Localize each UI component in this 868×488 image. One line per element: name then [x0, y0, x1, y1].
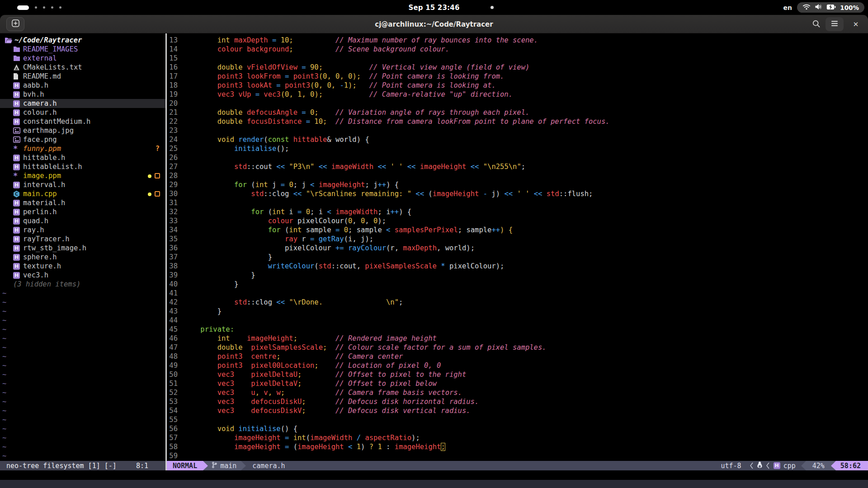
search-button[interactable] — [811, 19, 821, 29]
clock[interactable]: Sep 15 23:46 — [408, 4, 459, 12]
code-text: imageHeight = int(imageWidth / aspectRat… — [184, 433, 420, 442]
code-line-55[interactable]: 55 — [167, 415, 868, 424]
tree-item-raytracer-h[interactable]: HrayTracer.h — [0, 235, 165, 244]
tree-item-image-ppm[interactable]: *image.ppm — [0, 171, 165, 180]
code-line-54[interactable]: 54 vec3 defocusDiskV; // Defocus disk ve… — [167, 406, 868, 415]
code-text: double pixelSamplesScale; // Colour scal… — [184, 343, 547, 352]
tree-item--3-hidden-items-[interactable]: (3 hidden items) — [0, 280, 165, 289]
code-line-29[interactable]: 29 for (int j = 0; j < imageHeight; j++)… — [167, 180, 868, 189]
code-line-24[interactable]: 24 void render(const hittable& world) { — [167, 135, 868, 144]
code-line-48[interactable]: 48 point3 centre; // Camera center — [167, 352, 868, 361]
tree-item-material-h[interactable]: Hmaterial.h — [0, 198, 165, 207]
tree-item-face-png[interactable]: face.png — [0, 135, 165, 144]
code-text: int imageHeight; // Rendered image heigh… — [184, 334, 437, 343]
code-line-40[interactable]: 40 } — [167, 280, 868, 289]
empty-line-marker: ~ — [0, 388, 165, 397]
code-line-23[interactable]: 23 — [167, 126, 868, 135]
command-line[interactable] — [0, 470, 868, 480]
code-line-17[interactable]: 17 point3 lookFrom = point3(0, 0, 0); //… — [167, 72, 868, 81]
code-text: } — [184, 307, 222, 316]
tree-item-quad-h[interactable]: Hquad.h — [0, 216, 165, 225]
code-line-15[interactable]: 15 — [167, 54, 868, 63]
tree-item-funny-ppm[interactable]: *funny.ppm? — [0, 144, 165, 153]
code-line-44[interactable]: 44 — [167, 316, 868, 325]
code-line-47[interactable]: 47 double pixelSamplesScale; // Colour s… — [167, 343, 868, 352]
tree-item-readme-images[interactable]: README_IMAGES — [0, 45, 165, 54]
code-line-50[interactable]: 50 vec3 pixelDeltaU; // Offset to pixel … — [167, 370, 868, 379]
line-number: 26 — [167, 153, 178, 162]
code-line-13[interactable]: 13 int maxDepth = 10; // Maximum number … — [167, 36, 868, 45]
tree-item-main-cpp[interactable]: Cmain.cpp — [0, 189, 165, 198]
code-line-20[interactable]: 20 — [167, 99, 868, 108]
code-line-53[interactable]: 53 vec3 defocusDiskU; // Defocus disk ho… — [167, 397, 868, 406]
code-line-31[interactable]: 31 — [167, 198, 868, 207]
code-line-56[interactable]: 56 void initialise() { — [167, 424, 868, 433]
code-line-57[interactable]: 57 imageHeight = int(imageWidth / aspect… — [167, 433, 868, 442]
menu-button[interactable] — [826, 17, 844, 31]
code-line-19[interactable]: 19 vec3 vUp = vec3(0, 1, 0); // Camera-r… — [167, 90, 868, 99]
code-line-39[interactable]: 39 } — [167, 271, 868, 280]
code-line-28[interactable]: 28 — [167, 171, 868, 180]
close-window-button[interactable]: ✕ — [850, 19, 862, 30]
tree-item-sphere-h[interactable]: Hsphere.h — [0, 253, 165, 262]
h-icon: H — [13, 272, 23, 279]
code-line-51[interactable]: 51 vec3 pixelDeltaV; // Offset to pixel … — [167, 379, 868, 388]
code-line-59[interactable]: 59 — [167, 451, 868, 460]
code-line-46[interactable]: 46 int imageHeight; // Rendered image he… — [167, 334, 868, 343]
code-line-38[interactable]: 38 writeColour(std::cout, pixelSamplesSc… — [167, 262, 868, 271]
neotree-sidebar[interactable]: ~/Code/RaytracerREADME_IMAGESexternalCMa… — [0, 33, 165, 461]
code-line-35[interactable]: 35 ray r = getRay(i, j); — [167, 235, 868, 244]
code-line-18[interactable]: 18 point3 lookAt = point3(0, 0, -1); // … — [167, 81, 868, 90]
statusline: neo-tree filesystem [1] [-] 8:1 NORMAL m… — [0, 461, 868, 470]
window-separator[interactable] — [165, 33, 167, 470]
code-line-22[interactable]: 22 double focusDistance = 10; // Distanc… — [167, 117, 868, 126]
tree-item-constantmedium-h[interactable]: HconstantMedium.h — [0, 117, 165, 126]
keyboard-layout-indicator[interactable]: en — [783, 0, 792, 15]
code-line-27[interactable]: 27 std::cout << "P3\n" << imageWidth << … — [167, 162, 868, 171]
tree-item-cmakelists-txt[interactable]: CMakeLists.txt — [0, 63, 165, 72]
code-line-45[interactable]: 45 private: — [167, 325, 868, 334]
code-line-36[interactable]: 36 pixelColour += rayColour(r, maxDepth,… — [167, 244, 868, 253]
code-line-30[interactable]: 30 std::clog << "\rScanlines remaining: … — [167, 189, 868, 198]
tree-item-readme-md[interactable]: README.md — [0, 72, 165, 81]
tree-item-ray-h[interactable]: Hray.h — [0, 225, 165, 235]
tree-item-hittablelist-h[interactable]: HhittableList.h — [0, 162, 165, 171]
empty-line-marker: ~ — [0, 442, 165, 451]
code-text: vec3 defocusDiskV; // Defocus disk verti… — [184, 406, 471, 415]
code-text: vec3 defocusDiskU; // Defocus disk horiz… — [184, 397, 479, 406]
tree-item-interval-h[interactable]: Hinterval.h — [0, 180, 165, 189]
code-line-25[interactable]: 25 initialise(); — [167, 144, 868, 153]
tree-item-vec3-h[interactable]: Hvec3.h — [0, 271, 165, 280]
h-icon: H — [13, 263, 23, 270]
tree-item-hittable-h[interactable]: Hhittable.h — [0, 153, 165, 162]
tree-item-aabb-h[interactable]: Haabb.h — [0, 81, 165, 90]
code-line-58[interactable]: 58 imageHeight = (imageHeight < 1) ? 1 :… — [167, 442, 868, 451]
tree-item-earthmap-jpg[interactable]: earthmap.jpg — [0, 126, 165, 135]
tree-item-rtw-stb-image-h[interactable]: Hrtw_stb_image.h — [0, 244, 165, 253]
tree-item-texture-h[interactable]: Htexture.h — [0, 262, 165, 271]
tree-item--code-raytracer[interactable]: ~/Code/Raytracer — [0, 36, 165, 45]
system-status-pill[interactable]: 100% — [797, 2, 864, 13]
empty-line-marker: ~ — [0, 424, 165, 433]
code-line-26[interactable]: 26 — [167, 153, 868, 162]
code-line-34[interactable]: 34 for (int sample = 0; sample < samples… — [167, 225, 868, 235]
code-line-14[interactable]: 14 colour background; // Scene backgroun… — [167, 45, 868, 54]
code-text: colour background; // Scene background c… — [184, 45, 449, 54]
code-line-52[interactable]: 52 vec3 u, v, w; // Camera frame basis v… — [167, 388, 868, 397]
tree-item-external[interactable]: external — [0, 54, 165, 63]
code-line-41[interactable]: 41 — [167, 289, 868, 298]
tree-item-colour-h[interactable]: Hcolour.h — [0, 108, 165, 117]
code-text: point3 pixel00Location; // Location of p… — [184, 361, 441, 370]
editor-pane[interactable]: 13 int maxDepth = 10; // Maximum number … — [167, 33, 868, 461]
code-line-49[interactable]: 49 point3 pixel00Location; // Location o… — [167, 361, 868, 370]
tree-item-camera-h[interactable]: Hcamera.h — [0, 99, 165, 108]
tree-item-perlin-h[interactable]: Hperlin.h — [0, 207, 165, 216]
code-line-16[interactable]: 16 double vFieldOfView = 90; // Vertical… — [167, 63, 868, 72]
code-line-42[interactable]: 42 std::clog << "\rDone. \n"; — [167, 298, 868, 307]
tree-item-bvh-h[interactable]: Hbvh.h — [0, 90, 165, 99]
code-line-43[interactable]: 43 } — [167, 307, 868, 316]
code-line-37[interactable]: 37 } — [167, 253, 868, 262]
code-line-21[interactable]: 21 double defocusAngle = 0; // Variation… — [167, 108, 868, 117]
code-line-33[interactable]: 33 colour pixelColour(0, 0, 0); — [167, 216, 868, 225]
code-line-32[interactable]: 32 for (int i = 0; i < imageWidth; i++) … — [167, 207, 868, 216]
